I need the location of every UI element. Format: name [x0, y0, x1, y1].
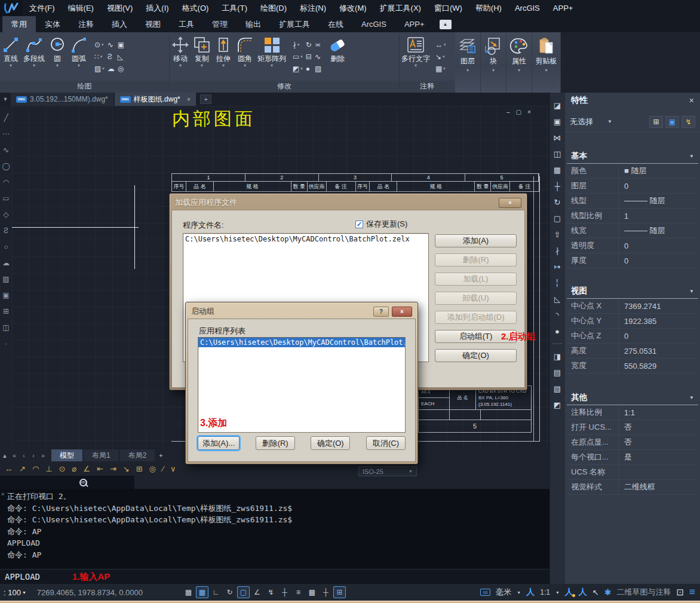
collapse-icon[interactable] [689, 154, 694, 159]
ribbon-tab[interactable]: 在线 [319, 16, 352, 32]
property-row[interactable]: 线型比例 1 [567, 209, 698, 224]
snap-tracking-icon[interactable]: ↯ [265, 586, 277, 598]
workspace-label[interactable]: 二维草图与注释 [617, 587, 671, 598]
prev-layout-icon[interactable]: ‹ [19, 452, 29, 459]
dialog-button[interactable]: 添加(A) [435, 234, 517, 247]
property-row[interactable]: 厚度 0 [567, 253, 698, 268]
property-row[interactable]: 每个视口... 是 [567, 450, 698, 465]
linear-dim-icon[interactable]: ↔ [5, 464, 13, 473]
help-icon[interactable] [373, 307, 389, 317]
fillet-icon[interactable]: ◝ [555, 307, 558, 323]
construction-line-icon[interactable]: ⋯ [2, 126, 10, 142]
restore-icon[interactable] [516, 109, 521, 115]
hatch-icon[interactable]: ▨ [94, 65, 105, 73]
ribbon-tab[interactable]: 视图 [136, 16, 170, 32]
toggle-pickadd-icon[interactable] [665, 116, 679, 128]
chamfer-icon[interactable]: ◺ [554, 291, 560, 307]
ribbon-tab[interactable]: 管理 [203, 16, 237, 32]
close-tab-icon[interactable] [187, 96, 191, 103]
units-label[interactable]: 毫米 [496, 587, 511, 598]
dialog-title-bar[interactable]: 加载应用程序文件 [171, 195, 525, 210]
property-row[interactable]: 高度 275.0531 [567, 344, 698, 359]
move-icon[interactable]: ┼ [554, 178, 560, 194]
array-icon[interactable]: ▦ [554, 162, 561, 178]
hatch-edit-icon[interactable]: ▨ [315, 65, 321, 73]
dialog-button[interactable]: 添加到启动组(D) [435, 311, 517, 324]
annotation-monitor-icon[interactable]: ⊞ [333, 586, 346, 598]
menu-item[interactable]: 文件(F) [23, 0, 62, 16]
explode-icon[interactable]: ◩ [293, 65, 303, 73]
quick-select-icon[interactable] [649, 116, 663, 128]
copy-button[interactable]: 复制 [193, 35, 211, 68]
angle-snap-icon[interactable]: ∠ [251, 586, 263, 598]
zoom-control[interactable]: : 100 [4, 588, 26, 597]
selected-list-item[interactable]: C:\Users\hisetec\Desktop\MyCADControl\Ba… [198, 338, 405, 347]
paste-to-original-icon[interactable]: ◩ [554, 397, 561, 413]
erase-icon[interactable]: ◪ [554, 97, 561, 114]
properties-button[interactable]: 属性 [506, 32, 532, 93]
erase-button[interactable]: 删除 [327, 35, 348, 63]
polygon-icon[interactable]: ◇ [3, 206, 8, 222]
copy-icon[interactable]: ▣ [554, 114, 561, 130]
table-icon[interactable]: ▦ [435, 65, 446, 73]
layout-tab[interactable]: 布局2 [120, 449, 155, 461]
chevron-down-icon[interactable] [607, 119, 612, 124]
region-icon[interactable]: ▣ [2, 287, 9, 303]
align-icon[interactable]: ⊟ [306, 53, 312, 61]
layout-tab[interactable]: 模型 [51, 449, 82, 461]
stretch-button[interactable]: 拉伸 [214, 35, 232, 68]
dimension-icon[interactable]: ↔ [435, 41, 446, 49]
document-tab[interactable]: 样板图纸.dwg* [115, 93, 196, 106]
break-icon[interactable]: ╎ [555, 275, 560, 291]
dialog-button[interactable]: 添加(A)... [198, 436, 240, 450]
dialog-button[interactable]: 确定(O) [435, 349, 517, 362]
spline-icon[interactable]: Ƨ [108, 53, 115, 61]
mirror-icon[interactable]: ⋈ [554, 130, 561, 146]
arc-length-dim-icon[interactable]: ◠ [32, 464, 39, 473]
polyline-button[interactable]: 多段线 [23, 35, 45, 68]
property-row[interactable]: 颜色 ■ 随层 [567, 164, 698, 179]
dialog-title-bar[interactable]: 启动组 [188, 304, 416, 319]
move-button[interactable]: 移动 [171, 35, 189, 68]
aligned-dim-icon[interactable]: ↗ [19, 464, 26, 473]
gear-icon[interactable] [604, 587, 612, 597]
transparency-icon[interactable]: ▩ [306, 586, 318, 598]
ordinate-dim-icon[interactable]: ⊥ [45, 464, 52, 473]
status-menu-icon[interactable] [689, 586, 695, 598]
tab-list-icon[interactable] [0, 96, 11, 102]
ribbon-tab[interactable]: ArcGIS [352, 16, 395, 32]
property-row[interactable]: 中心点 X 7369.2741 [567, 299, 698, 314]
lineweight-icon[interactable]: ≡ [292, 586, 305, 598]
dialog-button[interactable]: 删除(R) [435, 253, 517, 267]
rectangle-icon[interactable]: ▭ [2, 190, 9, 206]
polyline-icon[interactable]: ∿ [3, 142, 9, 158]
menu-item[interactable]: 扩展工具(X) [373, 0, 428, 16]
menu-item[interactable]: 修改(M) [333, 0, 373, 16]
rotate-icon[interactable]: ↻ [554, 194, 561, 210]
checkbox-checked-icon[interactable] [355, 221, 363, 228]
blob-icon[interactable]: ● [555, 323, 560, 339]
property-row[interactable]: 线宽 ——— 随层 [567, 224, 698, 238]
selection-dropdown[interactable]: 无选择 [570, 117, 593, 127]
property-row[interactable]: 注释比例 1:1 [567, 405, 698, 420]
fullscreen-icon[interactable] [677, 587, 684, 598]
property-row[interactable]: 视觉样式 二维线框 [567, 480, 698, 495]
block-icon[interactable]: ◫ [2, 319, 9, 335]
ribbon-tab[interactable]: 扩展工具 [270, 16, 319, 32]
line-button[interactable]: 直线 [2, 35, 20, 68]
menu-item[interactable]: 格式(O) [176, 0, 216, 16]
scale-dropdown-icon[interactable] [555, 590, 560, 595]
close-properties-icon[interactable] [689, 96, 694, 105]
dialog-button[interactable]: 删除(R) [256, 436, 295, 450]
property-row[interactable]: 打开 UCS... 否 [567, 420, 698, 435]
table-icon[interactable]: ⊞ [3, 303, 9, 319]
command-input-row[interactable]: APPLOAD 1.输入AP [0, 569, 564, 584]
paste-icon[interactable]: ◨ [554, 348, 561, 365]
close-command-panel-icon[interactable] [1, 491, 4, 497]
blob-edit-icon[interactable]: ● [306, 65, 312, 73]
wipeout-icon[interactable]: ◺ [118, 53, 124, 61]
spline-icon[interactable]: Ƨ [4, 222, 8, 238]
menu-item[interactable]: 绘图(D) [254, 0, 293, 16]
ribbon-collapse-icon[interactable] [440, 20, 452, 29]
fillet-button[interactable]: 圆角 [236, 35, 254, 68]
